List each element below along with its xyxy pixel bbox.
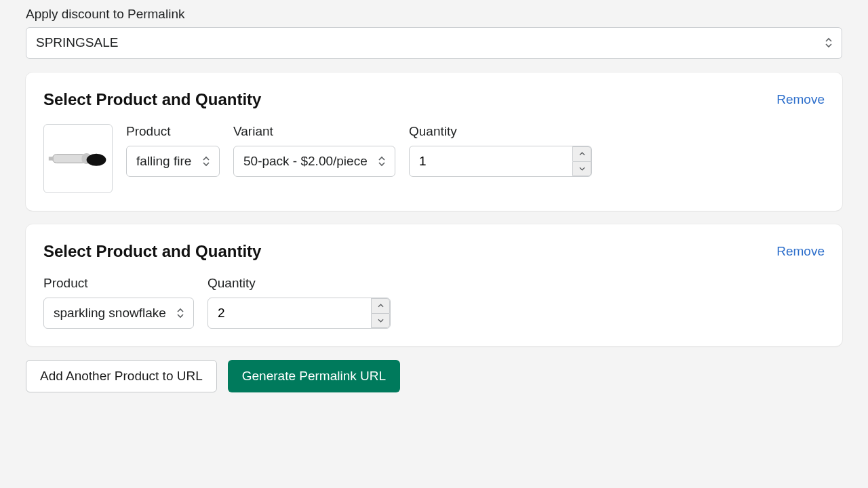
quantity-label: Quantity (409, 124, 592, 139)
svg-point-3 (87, 153, 106, 165)
product-select[interactable]: falling fire (126, 146, 220, 178)
svg-rect-1 (49, 157, 54, 160)
card-title: Select Product and Quantity (43, 242, 261, 261)
product-label: Product (126, 124, 220, 139)
svg-rect-0 (52, 154, 86, 163)
product-card: Select Product and Quantity Remove Produ… (26, 73, 842, 211)
product-thumbnail (43, 124, 113, 193)
remove-button[interactable]: Remove (776, 244, 825, 259)
add-product-button[interactable]: Add Another Product to URL (26, 360, 217, 392)
variant-select[interactable]: 50-pack - $2.00/piece (233, 146, 395, 178)
quantity-input[interactable] (409, 146, 592, 178)
stepper-up-button[interactable] (371, 298, 390, 313)
quantity-stepper (371, 298, 390, 329)
variant-label: Variant (233, 124, 395, 139)
generate-url-button[interactable]: Generate Permalink URL (228, 360, 400, 392)
discount-label: Apply discount to Permalink (26, 7, 842, 22)
stepper-down-button[interactable] (371, 313, 390, 329)
quantity-label: Quantity (208, 276, 391, 291)
product-card: Select Product and Quantity Remove Produ… (26, 224, 842, 347)
quantity-stepper (572, 146, 591, 177)
product-label: Product (43, 276, 194, 291)
remove-button[interactable]: Remove (776, 92, 825, 107)
quantity-input[interactable] (208, 298, 391, 329)
card-title: Select Product and Quantity (43, 90, 261, 109)
stepper-up-button[interactable] (572, 146, 591, 161)
discount-select[interactable]: SPRINGSALE (26, 27, 842, 59)
stepper-down-button[interactable] (572, 161, 591, 177)
product-select[interactable]: sparkling snowflake (43, 298, 194, 329)
